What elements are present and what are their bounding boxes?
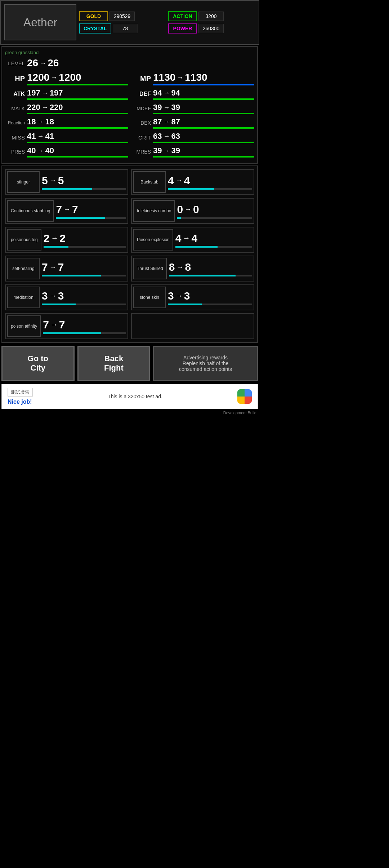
level-values: 26 → 26 (27, 57, 254, 69)
crystal-value: 78 (113, 24, 138, 33)
skill-name: self-healing (7, 258, 40, 279)
skill-name: telekinesis combo (133, 200, 175, 222)
skill-item-empty (131, 313, 254, 339)
gold-label: GOLD (79, 11, 108, 21)
list-item: stone skin3 → 3 (131, 284, 254, 310)
atk-label: ATK (5, 91, 25, 97)
power-resource: POWER 260300 (168, 23, 255, 34)
level-from: 26 (27, 57, 38, 69)
list-item: stinger5 → 5 (5, 169, 128, 195)
mres-label: MRES (131, 149, 151, 155)
ad-banner[interactable]: 測試廣告 Nice job! This is a 320x50 test ad. (1, 384, 258, 409)
skills-panel: stinger5 → 5Backstab4 → 4Continuous stab… (1, 165, 258, 343)
advertising-rewards-button[interactable]: Advertising rewards Replenish half of th… (153, 346, 258, 381)
crystal-label: CRYSTAL (79, 23, 111, 34)
mdef-label: MDEF (131, 106, 151, 111)
dex-row: DEX 87 → 87 (131, 117, 254, 129)
list-item: Thrust Skilled8 → 8 (131, 256, 254, 282)
reaction-label: Reaction (5, 120, 25, 125)
skills-grid: stinger5 → 5Backstab4 → 4Continuous stab… (5, 169, 254, 339)
skill-name: meditation (7, 287, 40, 308)
skill-name: Thrust Skilled (133, 258, 167, 279)
crit-row: CRIT 63 → 63 (131, 132, 254, 143)
dev-build: Development Build (0, 411, 259, 415)
level-to: 26 (48, 57, 59, 69)
list-item: poisonous fog2 → 2 (5, 227, 128, 253)
list-item: meditation3 → 3 (5, 284, 128, 310)
skill-name: Continuous stabbing (7, 200, 54, 222)
mdef-row: MDEF 39 → 39 (131, 103, 254, 114)
list-item: poison affinity7 → 7 (5, 313, 128, 339)
action-label: ACTION (168, 11, 197, 21)
pres-row: PRES 40 → 40 (5, 146, 128, 158)
miss-label: MISS (5, 134, 25, 141)
location-text: green grassland (5, 50, 254, 55)
hp-row: HP 1200 → 1200 (5, 72, 128, 85)
aether-title: Aether (4, 4, 76, 40)
ad-logo (237, 389, 252, 404)
skill-name: stone skin (133, 287, 166, 308)
hp-label: HP (5, 75, 25, 83)
atk-row: ATK 197 → 197 (5, 88, 128, 100)
stats-left: HP 1200 → 1200 ATK 197 → 197 (5, 72, 128, 160)
skill-name: Backstab (133, 171, 166, 193)
hp-to: 1200 (59, 72, 81, 83)
power-label: POWER (168, 23, 197, 34)
skill-name: poisonous fog (7, 229, 41, 251)
crystal-resource: CRYSTAL 78 (79, 23, 166, 34)
matk-label: MATK (5, 106, 25, 111)
skill-name: poison affinity (7, 315, 41, 337)
back-fight-button[interactable]: Back Fight (77, 346, 151, 381)
gold-resource: GOLD 290529 (79, 11, 166, 21)
level-label: LEVEL (5, 60, 25, 66)
ad-text: This is a 320x50 test ad. (108, 394, 162, 399)
def-label: DEF (131, 91, 151, 97)
level-row: LEVEL 26 → 26 (5, 57, 254, 69)
stats-panel: green grassland LEVEL 26 → 26 HP 1200 → … (1, 46, 258, 164)
list-item: self-healing7 → 7 (5, 256, 128, 282)
list-item: Backstab4 → 4 (131, 169, 254, 195)
ad-label-cn: 測試廣告 (8, 388, 33, 397)
matk-row: MATK 220 → 220 (5, 103, 128, 114)
gold-value: 290529 (109, 12, 135, 21)
dex-label: DEX (131, 120, 151, 126)
list-item: telekinesis combo0 → 0 (131, 198, 254, 224)
bottom-buttons: Go to City Back Fight Advertising reward… (1, 346, 258, 381)
mp-label: MP (131, 75, 151, 83)
hp-from: 1200 (27, 72, 49, 83)
pres-label: PRES (5, 149, 25, 155)
go-to-city-button[interactable]: Go to City (1, 346, 75, 381)
mp-row: MP 1130 → 1130 (131, 72, 254, 85)
action-resource: ACTION 3200 (168, 11, 255, 21)
resource-grid: GOLD 290529 ACTION 3200 CRYSTAL 78 POWER… (79, 11, 255, 34)
skill-name: stinger (7, 171, 40, 193)
reaction-row: Reaction 18 → 18 (5, 117, 128, 129)
ad-nicejob: Nice job! (8, 399, 33, 405)
power-value: 260300 (198, 24, 224, 33)
level-arrow: → (40, 59, 46, 67)
action-value: 3200 (198, 12, 224, 21)
list-item: Poison explosion4 → 4 (131, 227, 254, 253)
def-row: DEF 94 → 94 (131, 88, 254, 100)
list-item: Continuous stabbing7 → 7 (5, 198, 128, 224)
hp-arrow: → (51, 74, 57, 81)
miss-row: MISS 41 → 41 (5, 132, 128, 143)
skill-name: Poison explosion (133, 229, 173, 251)
header: Aether GOLD 290529 ACTION 3200 CRYSTAL 7… (0, 0, 259, 45)
mres-row: MRES 39 → 39 (131, 146, 254, 158)
stats-right: MP 1130 → 1130 DEF 94 → 94 (131, 72, 254, 160)
crit-label: CRIT (131, 134, 151, 141)
